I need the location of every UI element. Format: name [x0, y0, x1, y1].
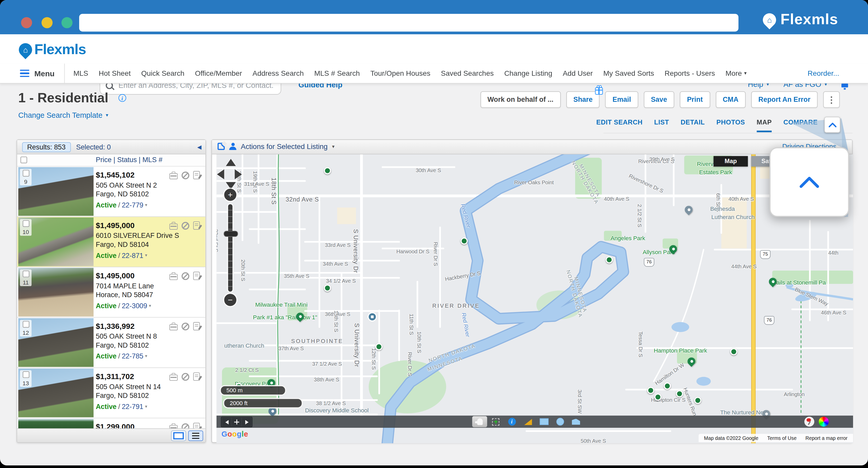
- selected-count[interactable]: Selected: 0: [76, 143, 111, 151]
- no-sign-icon[interactable]: [182, 323, 189, 331]
- pan-tool-icon[interactable]: [232, 418, 242, 426]
- menubar-item[interactable]: MLS # Search: [314, 69, 360, 77]
- save-button[interactable]: Save: [644, 91, 674, 108]
- listing-mls-link[interactable]: 22-791: [122, 403, 143, 410]
- briefcase-icon[interactable]: [169, 324, 178, 331]
- chevron-down-icon[interactable]: ▾: [145, 203, 147, 207]
- column-labels[interactable]: Price | Status | MLS #: [96, 156, 162, 164]
- briefcase-icon[interactable]: [169, 224, 178, 230]
- no-sign-icon[interactable]: [182, 272, 189, 280]
- listing-checkbox[interactable]: [23, 271, 29, 277]
- poi-icon[interactable]: [368, 312, 377, 322]
- menubar-item[interactable]: My Saved Sorts: [603, 69, 654, 77]
- listing-photo[interactable]: 11: [18, 268, 94, 316]
- listing-photo[interactable]: [18, 419, 94, 429]
- scroll-up-tooltip[interactable]: [770, 147, 849, 217]
- measure-tool-icon[interactable]: [520, 416, 535, 427]
- pan-up-button[interactable]: [226, 159, 236, 166]
- pushpin-tool-icon[interactable]: [804, 417, 814, 427]
- listing-map-marker[interactable]: [654, 394, 661, 401]
- report-an-error-button[interactable]: Report An Error: [751, 91, 818, 108]
- report-icon[interactable]: [193, 171, 200, 179]
- cma-button[interactable]: CMA: [715, 91, 746, 108]
- minimize-button[interactable]: [41, 17, 53, 28]
- menubar-item[interactable]: More▾: [725, 69, 747, 77]
- results-count-chip[interactable]: Results: 853: [22, 142, 71, 152]
- listing-checkbox[interactable]: [23, 321, 29, 327]
- hamburger-menu-icon[interactable]: [20, 70, 29, 77]
- info-tool-icon[interactable]: [504, 416, 519, 427]
- listing-checkbox[interactable]: [23, 371, 29, 378]
- zoom-slider[interactable]: [228, 204, 232, 291]
- chevron-down-icon[interactable]: ▾: [149, 304, 151, 308]
- report-map-error-link[interactable]: Report a map error: [805, 435, 847, 441]
- listing-card[interactable]: 10 $1,495,000 6010 SILVERLEAF Drive S Fa…: [17, 217, 206, 267]
- google-logo[interactable]: Google: [221, 430, 248, 438]
- zoom-slider-handle[interactable]: [224, 231, 238, 237]
- work-on-behalf-of-button[interactable]: Work on behalf of ...: [480, 91, 561, 108]
- listing-map-marker[interactable]: [730, 348, 737, 355]
- listing-map-marker[interactable]: [324, 284, 331, 292]
- menubar-item[interactable]: MLS: [73, 69, 88, 77]
- collapse-panel-icon[interactable]: ◀: [197, 144, 202, 150]
- change-search-template-link[interactable]: Change Search Template▾: [18, 111, 108, 120]
- card-view-icon[interactable]: [171, 431, 186, 441]
- actions-for-selected-listing[interactable]: Actions for Selected Listing: [241, 142, 328, 151]
- listing-card[interactable]: 13 $1,311,702 505 OAK Street N 14 Fargo,…: [17, 368, 206, 418]
- scroll-top-button[interactable]: [824, 117, 840, 133]
- zoom-out-button[interactable]: −: [224, 294, 237, 306]
- listing-photo[interactable]: 9: [18, 167, 94, 216]
- tab-map[interactable]: MAP: [756, 119, 772, 127]
- select-all-checkbox[interactable]: [20, 157, 27, 163]
- listing-map-marker[interactable]: [375, 343, 382, 350]
- menubar-item[interactable]: Address Search: [253, 69, 304, 77]
- flexmls-logo[interactable]: ⌂ Flexmls: [19, 41, 86, 58]
- circle-tool-icon[interactable]: [553, 416, 567, 427]
- no-sign-icon[interactable]: [182, 222, 189, 229]
- listing-checkbox[interactable]: [23, 170, 29, 177]
- terms-of-use-link[interactable]: Terms of Use: [767, 435, 797, 441]
- marquee-tool-icon[interactable]: [488, 416, 503, 427]
- external-link-icon[interactable]: [218, 143, 225, 150]
- rect-tool-icon[interactable]: [536, 416, 551, 427]
- listing-mls-link[interactable]: 22-785: [122, 352, 143, 360]
- listing-map-marker[interactable]: [676, 390, 683, 397]
- menubar-item[interactable]: Quick Search: [141, 69, 185, 77]
- zoom-in-button[interactable]: +: [224, 189, 237, 201]
- listing-map-marker[interactable]: [664, 382, 671, 389]
- tab-edit-search[interactable]: EDIT SEARCH: [596, 119, 643, 127]
- menubar-item[interactable]: Tour/Open Houses: [370, 69, 431, 77]
- menubar-item[interactable]: Change Listing: [504, 69, 552, 77]
- reorder-link[interactable]: Reorder...: [808, 69, 839, 77]
- info-icon[interactable]: [118, 94, 126, 102]
- person-icon[interactable]: [229, 143, 237, 150]
- listing-photo[interactable]: 13: [18, 369, 94, 417]
- menubar-item[interactable]: Saved Searches: [441, 69, 494, 77]
- color-wheel-icon[interactable]: [819, 417, 829, 427]
- listing-checkbox[interactable]: [23, 220, 29, 227]
- more-options-kebab-button[interactable]: ⋮: [823, 91, 840, 108]
- report-icon[interactable]: [193, 272, 200, 280]
- listing-card[interactable]: $1,299,000: [17, 418, 206, 429]
- chevron-down-icon[interactable]: ▾: [145, 404, 147, 409]
- listing-card[interactable]: 12 $1,336,992 505 OAK Street N 8 Fargo, …: [17, 318, 206, 368]
- listing-photo[interactable]: 12: [18, 318, 94, 367]
- menubar-item[interactable]: Hot Sheet: [99, 69, 131, 77]
- briefcase-icon[interactable]: [169, 173, 178, 179]
- pan-left-button[interactable]: [217, 169, 224, 179]
- print-button[interactable]: Print: [680, 91, 710, 108]
- menubar-item[interactable]: Reports - Users: [664, 69, 715, 77]
- listing-map-marker[interactable]: [694, 397, 702, 404]
- listing-map-marker[interactable]: [647, 387, 654, 394]
- listing-map-marker[interactable]: [606, 256, 613, 263]
- step-back-button[interactable]: [222, 418, 231, 426]
- tab-photos[interactable]: PHOTOS: [716, 119, 745, 127]
- listing-map-marker[interactable]: [324, 167, 331, 174]
- listing-mls-link[interactable]: 22-871: [122, 252, 143, 259]
- share-button[interactable]: Share: [566, 91, 600, 108]
- zoom-button[interactable]: [61, 17, 72, 28]
- step-forward-button[interactable]: [242, 418, 251, 426]
- listing-photo[interactable]: 10: [18, 218, 94, 266]
- listing-map-marker[interactable]: [461, 237, 468, 245]
- briefcase-icon[interactable]: [169, 274, 178, 280]
